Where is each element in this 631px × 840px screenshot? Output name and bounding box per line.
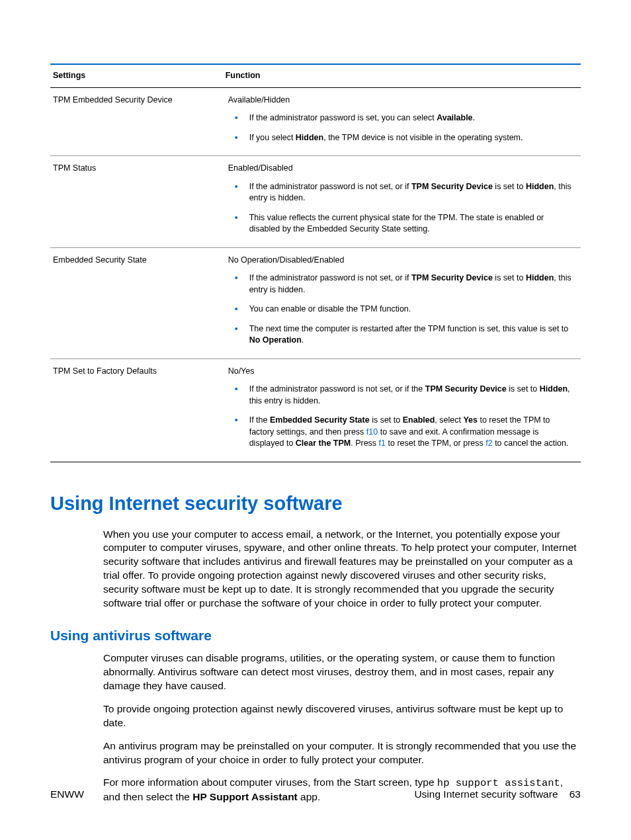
list-item: If the administrator password is set, yo… — [235, 112, 574, 124]
paragraph: When you use your computer to access ema… — [103, 528, 581, 611]
heading-internet-security: Using Internet security software — [50, 493, 581, 515]
footer-right: Using Internet security software 63 — [414, 788, 581, 800]
bullet-list: If the administrator password is not set… — [228, 273, 574, 347]
setting-name: Embedded Security State — [50, 247, 226, 358]
bullet-list: If the administrator password is not set… — [228, 384, 574, 450]
table-row: TPM Set to Factory DefaultsNo/YesIf the … — [50, 358, 581, 462]
page-footer: ENWW Using Internet security software 63 — [50, 788, 581, 800]
setting-function: Available/HiddenIf the administrator pas… — [226, 87, 581, 156]
paragraph: An antivirus program may be preinstalled… — [103, 739, 581, 767]
paragraph: Computer viruses can disable programs, u… — [103, 651, 581, 693]
table-row: Embedded Security StateNo Operation/Disa… — [50, 247, 581, 358]
header-function: Function — [226, 64, 581, 87]
paragraph: To provide ongoing protection against ne… — [103, 702, 581, 730]
setting-name: TPM Set to Factory Defaults — [50, 358, 226, 462]
setting-function: No Operation/Disabled/EnabledIf the admi… — [226, 247, 581, 358]
list-item: If the administrator password is not set… — [235, 273, 574, 296]
setting-function: Enabled/DisabledIf the administrator pas… — [226, 156, 581, 248]
list-item: If the Embedded Security State is set to… — [235, 415, 574, 450]
setting-options: No/Yes — [228, 366, 574, 378]
footer-left: ENWW — [50, 788, 84, 800]
setting-name: TPM Embedded Security Device — [50, 87, 226, 156]
list-item: The next time the computer is restarted … — [235, 323, 574, 347]
list-item: If the administrator password is not set… — [235, 181, 574, 204]
setting-function: No/YesIf the administrator password is n… — [226, 358, 581, 462]
bullet-list: If the administrator password is not set… — [228, 181, 574, 235]
table-row: TPM StatusEnabled/DisabledIf the adminis… — [50, 156, 581, 248]
setting-options: No Operation/Disabled/Enabled — [228, 255, 574, 267]
list-item: If the administrator password is not set… — [235, 384, 574, 407]
setting-options: Available/Hidden — [228, 95, 574, 106]
header-settings: Settings — [50, 64, 226, 87]
list-item: This value reflects the current physical… — [235, 212, 574, 235]
bullet-list: If the administrator password is set, yo… — [228, 112, 574, 144]
settings-table: Settings Function TPM Embedded Security … — [50, 63, 581, 462]
list-item: If you select Hidden, the TPM device is … — [235, 132, 574, 144]
setting-name: TPM Status — [50, 156, 226, 248]
setting-options: Enabled/Disabled — [228, 163, 574, 175]
table-row: TPM Embedded Security DeviceAvailable/Hi… — [50, 87, 581, 156]
heading-antivirus: Using antivirus software — [50, 628, 581, 644]
list-item: You can enable or disable the TPM functi… — [235, 304, 574, 315]
